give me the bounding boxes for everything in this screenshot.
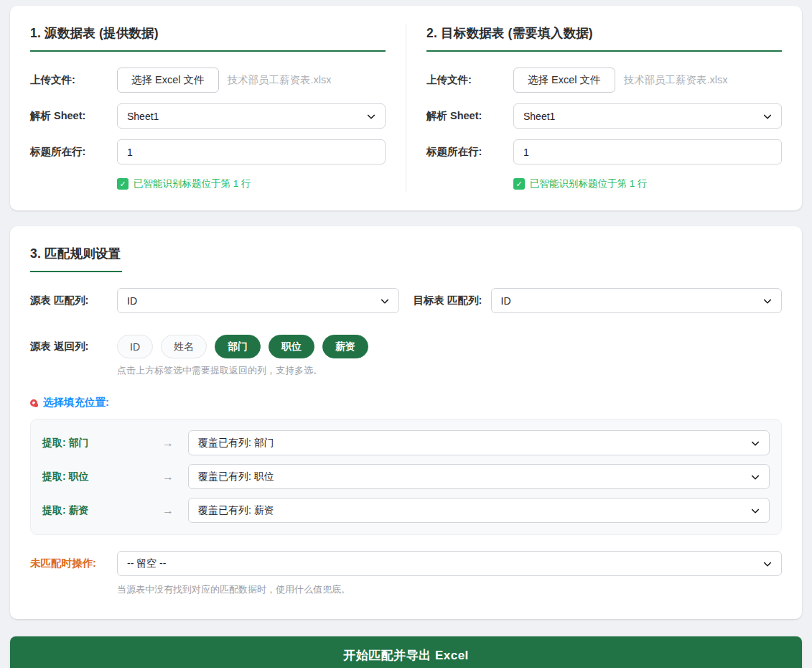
arrow-right-icon: → bbox=[162, 470, 188, 483]
source-header-row-input[interactable] bbox=[117, 139, 386, 164]
target-header-row-row: 标题所在行: bbox=[426, 139, 782, 164]
source-card-title: 1. 源数据表 (提供数据) bbox=[30, 24, 386, 52]
chevron-down-icon bbox=[381, 295, 388, 303]
arrow-right-icon: → bbox=[162, 504, 188, 517]
return-columns-label: 源表 返回列: bbox=[30, 340, 117, 353]
fill-row-label: 提取: 职位 bbox=[42, 470, 162, 483]
source-file-name: 技术部员工薪资表.xlsx bbox=[228, 73, 332, 87]
target-card-title: 2. 目标数据表 (需要填入数据) bbox=[426, 24, 782, 52]
fill-row-label: 提取: 部门 bbox=[42, 437, 162, 450]
fill-position-box: 提取: 部门→覆盖已有列: 部门提取: 职位→覆盖已有列: 职位提取: 薪资→覆… bbox=[30, 419, 782, 535]
fill-position-heading-text: 选择填充位置: bbox=[43, 396, 109, 409]
target-status-text: 已智能识别标题位于第 1 行 bbox=[530, 177, 648, 190]
chevron-down-icon bbox=[763, 111, 771, 119]
match-columns-row: 源表 匹配列: ID 目标表 匹配列: ID bbox=[30, 288, 782, 313]
fill-target-value: 覆盖已有列: 薪资 bbox=[198, 504, 274, 517]
target-match-label: 目标表 匹配列: bbox=[414, 294, 491, 307]
arrow-right-icon: → bbox=[162, 437, 188, 450]
rules-card: 3. 匹配规则设置 源表 匹配列: ID 目标表 匹配列: ID 源表 返回列:… bbox=[10, 226, 802, 619]
source-match-col: 源表 匹配列: ID bbox=[30, 288, 399, 313]
fill-row: 提取: 薪资→覆盖已有列: 薪资 bbox=[42, 498, 770, 523]
return-columns-hint: 点击上方标签选中需要提取返回的列，支持多选。 bbox=[117, 364, 782, 377]
unmatched-select[interactable]: -- 留空 -- bbox=[117, 551, 782, 576]
source-sheet-row: 解析 Sheet: Sheet1 bbox=[30, 103, 386, 129]
chevron-down-icon bbox=[763, 295, 771, 303]
chevron-down-icon bbox=[751, 437, 759, 445]
source-card: 1. 源数据表 (提供数据) 上传文件: 选择 Excel 文件 技术部员工薪资… bbox=[10, 6, 406, 210]
fill-row: 提取: 职位→覆盖已有列: 职位 bbox=[42, 464, 770, 489]
chevron-down-icon bbox=[367, 111, 375, 119]
target-upload-control: 选择 Excel 文件 技术部员工薪资表.xlsx bbox=[513, 68, 782, 93]
target-sheet-row: 解析 Sheet: Sheet1 bbox=[426, 103, 782, 129]
rules-title-wrap: 3. 匹配规则设置 bbox=[30, 245, 782, 272]
source-header-row-row: 标题所在行: bbox=[30, 139, 386, 164]
target-sheet-value: Sheet1 bbox=[523, 111, 555, 122]
unmatched-value: -- 留空 -- bbox=[127, 557, 166, 570]
header-row-label: 标题所在行: bbox=[426, 145, 513, 159]
fill-target-value: 覆盖已有列: 部门 bbox=[198, 437, 274, 450]
fill-target-select[interactable]: 覆盖已有列: 部门 bbox=[188, 430, 770, 455]
source-match-select[interactable]: ID bbox=[117, 288, 399, 313]
source-match-value: ID bbox=[127, 295, 137, 307]
check-icon: ✓ bbox=[117, 178, 129, 190]
return-column-tag[interactable]: 职位 bbox=[269, 335, 314, 358]
sheet-label: 解析 Sheet: bbox=[30, 109, 117, 123]
source-status: ✓ 已智能识别标题位于第 1 行 bbox=[117, 177, 386, 190]
unmatched-row: 未匹配时操作: -- 留空 -- bbox=[30, 551, 782, 576]
return-column-tag[interactable]: ID bbox=[117, 335, 153, 358]
chevron-down-icon bbox=[751, 471, 759, 479]
unmatched-hint: 当源表中没有找到对应的匹配数据时，使用什么值兜底。 bbox=[117, 583, 782, 596]
rules-card-title: 3. 匹配规则设置 bbox=[30, 245, 122, 272]
upload-file-label: 上传文件: bbox=[426, 73, 513, 87]
return-columns-row: 源表 返回列: ID姓名部门职位薪资 bbox=[30, 335, 782, 358]
return-column-tags: ID姓名部门职位薪资 bbox=[117, 335, 368, 358]
return-column-tag[interactable]: 姓名 bbox=[161, 335, 207, 358]
source-choose-file-button[interactable]: 选择 Excel 文件 bbox=[117, 68, 219, 93]
fill-row: 提取: 部门→覆盖已有列: 部门 bbox=[42, 430, 770, 455]
target-upload-row: 上传文件: 选择 Excel 文件 技术部员工薪资表.xlsx bbox=[426, 68, 782, 93]
source-status-text: 已智能识别标题位于第 1 行 bbox=[134, 177, 251, 190]
chevron-down-icon bbox=[763, 558, 771, 566]
unmatched-label: 未匹配时操作: bbox=[30, 557, 117, 570]
fill-position-heading: 选择填充位置: bbox=[30, 396, 782, 409]
start-match-button[interactable]: 开始匹配并导出 Excel bbox=[10, 636, 802, 668]
fill-target-select[interactable]: 覆盖已有列: 职位 bbox=[188, 464, 770, 489]
source-sheet-value: Sheet1 bbox=[127, 111, 159, 122]
return-column-tag[interactable]: 薪资 bbox=[322, 335, 368, 358]
target-icon bbox=[30, 399, 37, 407]
target-match-value: ID bbox=[501, 295, 511, 307]
target-header-row-input[interactable] bbox=[513, 139, 782, 164]
source-match-label: 源表 匹配列: bbox=[30, 294, 117, 307]
chevron-down-icon bbox=[751, 505, 759, 513]
upload-file-label: 上传文件: bbox=[30, 73, 117, 87]
page: 1. 源数据表 (提供数据) 上传文件: 选择 Excel 文件 技术部员工薪资… bbox=[0, 0, 812, 668]
target-card: 2. 目标数据表 (需要填入数据) 上传文件: 选择 Excel 文件 技术部员… bbox=[406, 6, 802, 210]
source-sheet-select[interactable]: Sheet1 bbox=[117, 103, 386, 129]
upload-cards: 1. 源数据表 (提供数据) 上传文件: 选择 Excel 文件 技术部员工薪资… bbox=[10, 6, 802, 210]
fill-row-label: 提取: 薪资 bbox=[42, 504, 162, 517]
source-upload-control: 选择 Excel 文件 技术部员工薪资表.xlsx bbox=[117, 68, 386, 93]
header-row-label: 标题所在行: bbox=[30, 145, 117, 159]
target-match-select[interactable]: ID bbox=[491, 288, 783, 313]
fill-target-value: 覆盖已有列: 职位 bbox=[198, 470, 274, 483]
source-upload-row: 上传文件: 选择 Excel 文件 技术部员工薪资表.xlsx bbox=[30, 68, 386, 93]
target-file-name: 技术部员工薪资表.xlsx bbox=[624, 73, 728, 87]
target-match-col: 目标表 匹配列: ID bbox=[414, 288, 783, 313]
target-status: ✓ 已智能识别标题位于第 1 行 bbox=[513, 177, 782, 190]
target-choose-file-button[interactable]: 选择 Excel 文件 bbox=[513, 68, 615, 93]
fill-target-select[interactable]: 覆盖已有列: 薪资 bbox=[188, 498, 770, 523]
check-icon: ✓ bbox=[513, 178, 525, 190]
sheet-label: 解析 Sheet: bbox=[426, 109, 513, 123]
target-sheet-select[interactable]: Sheet1 bbox=[513, 103, 782, 129]
return-column-tag[interactable]: 部门 bbox=[215, 335, 261, 358]
